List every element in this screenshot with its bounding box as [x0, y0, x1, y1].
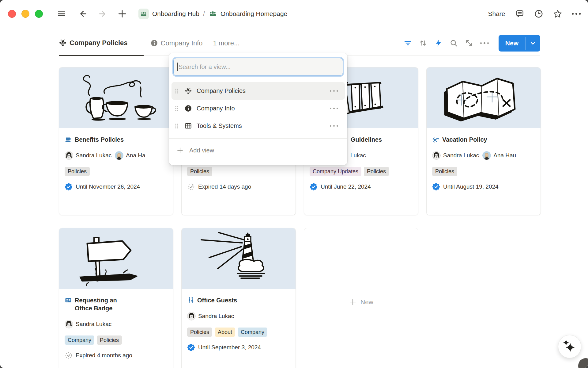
sparkles-icon: [558, 335, 581, 358]
signpost-doodle: [59, 228, 173, 289]
ellipsis-icon: [480, 42, 489, 44]
map-doodle: [427, 67, 541, 128]
breadcrumb-root-label: Onboarding Hub: [152, 10, 199, 17]
automations-bolt-button[interactable]: [433, 38, 444, 49]
coffee-cup-icon: [65, 136, 72, 143]
plus-icon: [176, 147, 184, 154]
view-search-input[interactable]: [173, 58, 343, 76]
info-icon: [150, 39, 158, 47]
breadcrumb-onboarding-hub[interactable]: Onboarding Hub: [138, 9, 199, 19]
menu-item-company-policies[interactable]: Company Policies: [172, 82, 345, 100]
tag-policies: Policies: [364, 167, 389, 176]
tag-company-updates: Company Updates: [310, 167, 361, 176]
new-tab-button[interactable]: [118, 9, 127, 18]
people-row: Sandra Lukac Ana Hau: [432, 151, 540, 160]
window-titlebar: Onboarding Hub / Onboarding Homepage Sha…: [0, 0, 588, 28]
minimize-window-button[interactable]: [21, 10, 29, 18]
people-row: Sandra Lukac Ana Ha: [65, 151, 173, 160]
view-switcher-menu: Company Policies Company Info Tools & Sy…: [169, 53, 347, 165]
tab-label: Company Policies: [70, 39, 128, 47]
card-vacation-policy[interactable]: Vacation Policy Sandra Lukac Ana Hau Pol…: [426, 67, 541, 215]
expand-view-button[interactable]: [464, 38, 475, 49]
item-options-button[interactable]: [330, 125, 338, 127]
team-icon: [138, 9, 149, 19]
tags-row: Company Policies: [65, 335, 168, 345]
tab-company-info[interactable]: Company Info: [150, 31, 203, 56]
item-options-button[interactable]: [330, 90, 338, 92]
avatar: [482, 151, 491, 160]
breadcrumb-onboarding-homepage[interactable]: Onboarding Homepage: [209, 10, 287, 18]
add-view-button[interactable]: Add view: [169, 139, 347, 162]
tag-policies: Policies: [187, 167, 212, 176]
tags-row: Company Updates Policies: [310, 167, 413, 176]
id-badge-icon: [65, 297, 72, 304]
person-name-visible: Lukac: [350, 152, 366, 159]
back-button[interactable]: [78, 9, 88, 18]
sidebar-menu-button[interactable]: [57, 9, 66, 18]
status-text: Until August 19, 2024: [443, 183, 499, 190]
bee-icon: [59, 39, 67, 47]
filter-button[interactable]: [402, 38, 413, 49]
card-title: Requesting an Office Badge: [75, 296, 126, 312]
share-button[interactable]: Share: [488, 10, 505, 17]
updates-clock-button[interactable]: [534, 9, 543, 18]
titlebar-actions: Share: [488, 0, 581, 28]
tab-label: Company Info: [161, 39, 203, 47]
menu-item-label: Company Info: [197, 105, 235, 112]
chevron-down-icon[interactable]: [526, 35, 540, 52]
breadcrumb-separator: /: [203, 10, 205, 17]
new-button-label: New: [499, 35, 525, 52]
favorite-star-button[interactable]: [553, 9, 562, 18]
app-window: Onboarding Hub / Onboarding Homepage Sha…: [0, 0, 588, 368]
card-title: Vacation Policy: [442, 136, 487, 144]
avatar: [432, 151, 441, 160]
menu-item-company-info[interactable]: Company Info: [172, 100, 345, 117]
status-text: Until November 26, 2024: [76, 183, 140, 190]
person-name: Sandra Lukac: [443, 152, 479, 159]
bee-icon: [184, 87, 192, 95]
people-row: Sandra Lukac: [187, 312, 295, 321]
sort-button[interactable]: [418, 38, 429, 49]
close-window-button[interactable]: [8, 10, 16, 18]
tags-row: Policies: [432, 167, 535, 176]
card-office-guests[interactable]: Office Guests Sandra Lukac Policies Abou…: [181, 228, 296, 368]
status-text: Expired 14 days ago: [198, 183, 251, 190]
tags-row: Policies: [187, 167, 290, 176]
comments-button[interactable]: [515, 9, 524, 18]
tag-policies: Policies: [432, 167, 457, 176]
card-title: Office Guests: [197, 296, 237, 304]
search-button[interactable]: [448, 38, 459, 49]
card-office-badge[interactable]: Requesting an Office Badge Sandra Lukac …: [59, 228, 173, 368]
new-button[interactable]: New: [499, 35, 540, 52]
forward-button[interactable]: [98, 9, 107, 18]
person-name: Sandra Lukac: [76, 152, 111, 159]
tag-about: About: [215, 328, 235, 337]
view-options-button[interactable]: [479, 38, 490, 49]
card-benefits-policies[interactable]: Benefits Policies Sandra Lukac Ana Ha Po…: [59, 67, 173, 215]
lighthouse-doodle: [182, 228, 296, 289]
view-list: Company Policies Company Info Tools & Sy…: [169, 82, 347, 135]
status-row: Expired 14 days ago: [187, 183, 290, 191]
item-options-button[interactable]: [330, 108, 338, 109]
table-icon: [184, 122, 192, 130]
more-options-button[interactable]: [572, 13, 581, 15]
ai-assistant-button[interactable]: [558, 335, 581, 358]
add-view-label: Add view: [189, 147, 214, 154]
new-page-card[interactable]: New: [304, 228, 418, 368]
more-views-link[interactable]: 1 more...: [213, 39, 239, 47]
sun-icon: [432, 136, 439, 143]
person-name: Sandra Lukac: [198, 313, 234, 320]
card-title: Benefits Policies: [75, 136, 124, 144]
status-text: Until September 3, 2024: [198, 344, 261, 351]
zoom-window-button[interactable]: [35, 10, 43, 18]
drag-handle-icon[interactable]: [175, 88, 179, 94]
tab-company-policies[interactable]: Company Policies: [59, 31, 144, 56]
view-tabs-bar: Company Policies Company Info 1 more... …: [59, 31, 540, 56]
drag-handle-icon[interactable]: [175, 105, 179, 112]
status-row: Until June 22, 2024: [310, 183, 413, 191]
menu-item-label: Company Policies: [197, 87, 246, 94]
tag-policies: Policies: [65, 167, 90, 176]
menu-item-tools-systems[interactable]: Tools & Systems: [172, 117, 345, 135]
expired-check-icon: [65, 351, 73, 359]
drag-handle-icon[interactable]: [175, 123, 179, 129]
